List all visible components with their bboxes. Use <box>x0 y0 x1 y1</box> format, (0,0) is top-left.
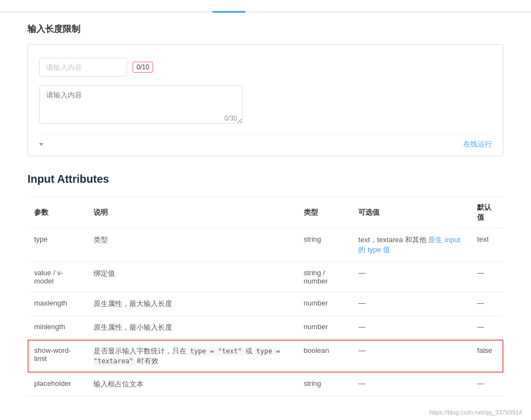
table-row: maxlength 原生属性，最大输入长度 number — — <box>28 292 503 316</box>
attributes-title: Input Attributes <box>0 173 531 186</box>
type-link[interactable]: 原生 input 的 type 值 <box>358 236 460 254</box>
col-options: 可选值 <box>352 197 470 228</box>
section-title: 输入长度限制 <box>0 24 531 35</box>
table-row-highlighted: show-word-limit 是否显示输入字数统计，只在 type = "te… <box>28 340 503 373</box>
cell-type: boolean <box>297 340 352 373</box>
cell-default: — <box>470 292 503 316</box>
table-row: minlength 原生属性，最小输入长度 number — — <box>28 316 503 340</box>
text-input-wrapper <box>39 58 127 77</box>
cell-desc: 类型 <box>87 228 297 262</box>
cell-desc: 绑定值 <box>87 262 297 292</box>
cell-options: — <box>352 292 470 316</box>
word-count-badge: 0/10 <box>133 62 153 73</box>
edit-online-link[interactable]: 在线运行 <box>463 139 492 149</box>
watermark: https://blog.csdn.net/qq_33769914 <box>429 409 522 416</box>
cell-desc: 是否显示输入字数统计，只在 type = "text" 或 type = "te… <box>87 340 297 373</box>
cell-type: number <box>297 316 352 340</box>
col-type: 类型 <box>297 197 352 228</box>
text-input[interactable] <box>39 58 127 77</box>
cell-options: text，textarea 和其他 原生 input 的 type 值 <box>352 228 470 262</box>
cell-type: string / number <box>297 262 352 292</box>
cell-type: string <box>297 228 352 262</box>
table-row: type 类型 string text，textarea 和其他 原生 inpu… <box>28 228 503 262</box>
col-default: 默认值 <box>470 197 503 228</box>
cell-type: number <box>297 292 352 316</box>
cell-options: — <box>352 262 470 292</box>
code-type-textarea: type = "textarea" <box>94 347 280 366</box>
cell-param: value / v-model <box>28 262 87 292</box>
chevron-down-icon <box>39 143 43 146</box>
table-row: value / v-model 绑定值 string / number — — <box>28 262 503 292</box>
dropdown-trigger[interactable] <box>39 143 43 146</box>
cell-desc: 输入框占位文本 <box>87 373 297 396</box>
page-container: 输入长度限制 0/10 0/30 在线运行 Input Attributes <box>0 0 531 420</box>
table-row: placeholder 输入框占位文本 string — — <box>28 373 503 396</box>
cell-default: — <box>470 373 503 396</box>
textarea-word-count: 0/30 <box>225 114 237 122</box>
top-bar <box>0 11 531 13</box>
attributes-table: 参数 说明 类型 可选值 默认值 type 类型 string text，tex… <box>28 197 503 396</box>
cell-desc: 原生属性，最大输入长度 <box>87 292 297 316</box>
cell-param: type <box>28 228 87 262</box>
textarea-wrapper-outer: 0/30 <box>39 85 492 126</box>
cell-default: — <box>470 316 503 340</box>
col-param: 参数 <box>28 197 87 228</box>
cell-param: placeholder <box>28 373 87 396</box>
cell-desc: 原生属性，最小输入长度 <box>87 316 297 340</box>
cell-default: false <box>470 340 503 373</box>
cell-param: maxlength <box>28 292 87 316</box>
cell-param: minlength <box>28 316 87 340</box>
textarea-wrapper: 0/30 <box>39 85 243 126</box>
textarea-input[interactable] <box>39 85 243 124</box>
table-body: type 类型 string text，textarea 和其他 原生 inpu… <box>28 228 503 396</box>
input-row: 0/10 <box>39 58 492 77</box>
cell-options: — <box>352 373 470 396</box>
top-bar-active-indicator <box>212 11 245 13</box>
col-desc: 说明 <box>87 197 297 228</box>
cell-options: — <box>352 340 470 373</box>
cell-default: text <box>470 228 503 262</box>
header-row: 参数 说明 类型 可选值 默认值 <box>28 197 503 228</box>
cell-param: show-word-limit <box>28 340 87 373</box>
demo-box: 0/10 0/30 在线运行 <box>28 44 503 156</box>
cell-options: — <box>352 316 470 340</box>
table-header: 参数 说明 类型 可选值 默认值 <box>28 197 503 228</box>
code-type-text: type = "text" <box>189 347 244 356</box>
cell-default: — <box>470 262 503 292</box>
cell-type: string <box>297 373 352 396</box>
dropdown-row: 在线运行 <box>39 134 492 156</box>
